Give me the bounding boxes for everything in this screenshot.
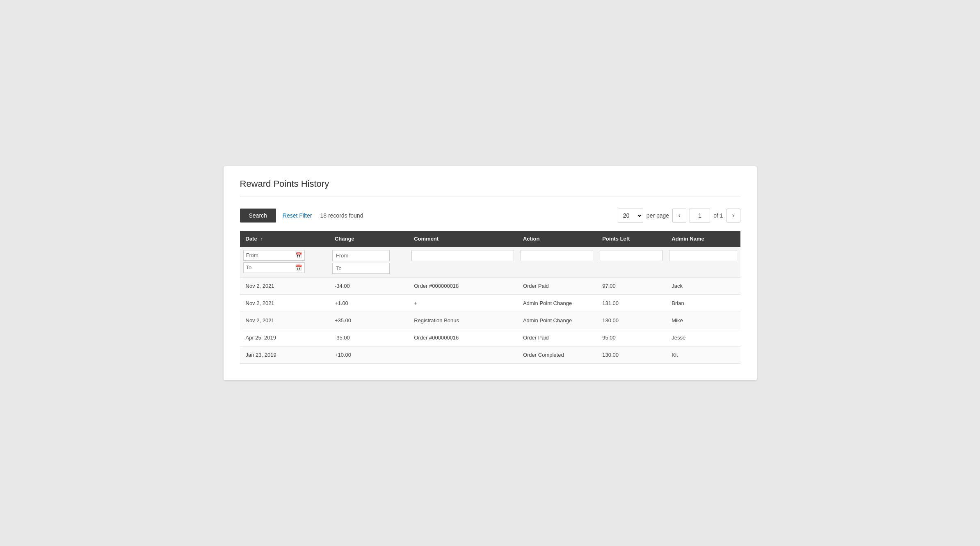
cell-change: -35.00 (329, 329, 408, 346)
filter-points-cell (596, 247, 666, 278)
main-card: Reward Points History Search Reset Filte… (224, 166, 757, 380)
filter-change-to[interactable] (332, 263, 390, 274)
filter-admin-cell (666, 247, 740, 278)
col-header-admin: Admin Name (666, 231, 740, 247)
cell-date: Jan 23, 2019 (240, 346, 329, 363)
cell-points: 95.00 (596, 329, 666, 346)
table-row: Jan 23, 2019 +10.00 Order Completed 130.… (240, 346, 740, 363)
calendar-to-icon[interactable]: 📅 (295, 264, 302, 271)
col-header-change: Change (329, 231, 408, 247)
cell-comment: Order #000000016 (408, 329, 517, 346)
cell-action: Order Paid (517, 277, 596, 294)
calendar-from-icon[interactable]: 📅 (295, 252, 302, 259)
current-page: 1 (690, 209, 710, 223)
per-page-wrapper: 20 50 100 per page (618, 209, 669, 223)
cell-change: +1.00 (329, 294, 408, 312)
toolbar: Search Reset Filter 18 records found 20 … (240, 209, 740, 223)
cell-date: Nov 2, 2021 (240, 312, 329, 329)
filter-comment[interactable] (411, 250, 514, 261)
history-table: Date ↑ Change Comment Action Points Left… (240, 231, 740, 364)
col-header-points: Points Left (596, 231, 666, 247)
cell-admin: Brian (666, 294, 740, 312)
cell-admin: Jack (666, 277, 740, 294)
col-header-comment: Comment (408, 231, 517, 247)
cell-change: +35.00 (329, 312, 408, 329)
cell-action: Order Completed (517, 346, 596, 363)
cell-date: Nov 2, 2021 (240, 294, 329, 312)
filter-date-from[interactable] (246, 252, 293, 258)
cell-points: 130.00 (596, 346, 666, 363)
cell-admin: Kit (666, 346, 740, 363)
reset-filter-button[interactable]: Reset Filter (283, 212, 312, 219)
search-button[interactable]: Search (240, 209, 276, 223)
filter-date-from-wrapper: 📅 (243, 250, 305, 261)
table-header-row: Date ↑ Change Comment Action Points Left… (240, 231, 740, 247)
page-title: Reward Points History (240, 179, 740, 189)
cell-admin: Mike (666, 312, 740, 329)
col-header-action: Action (517, 231, 596, 247)
title-divider (240, 197, 740, 197)
cell-points: 97.00 (596, 277, 666, 294)
per-page-select[interactable]: 20 50 100 (618, 209, 643, 223)
filter-action-cell (517, 247, 596, 278)
next-page-button[interactable]: › (726, 209, 740, 223)
cell-comment (408, 346, 517, 363)
pagination-controls: 20 50 100 per page ‹ 1 of 1 › (618, 209, 740, 223)
filter-row: 📅 📅 (240, 247, 740, 278)
cell-points: 131.00 (596, 294, 666, 312)
cell-action: Order Paid (517, 329, 596, 346)
filter-date-to[interactable] (246, 264, 293, 271)
filter-admin[interactable] (669, 250, 737, 261)
cell-change: -34.00 (329, 277, 408, 294)
filter-date-wrapper: 📅 📅 (243, 250, 326, 273)
sort-icon-date[interactable]: ↑ (260, 236, 263, 241)
cell-date: Nov 2, 2021 (240, 277, 329, 294)
cell-comment: Order #000000018 (408, 277, 517, 294)
cell-admin: Jesse (666, 329, 740, 346)
filter-points[interactable] (600, 250, 662, 261)
table-row: Nov 2, 2021 -34.00 Order #000000018 Orde… (240, 277, 740, 294)
filter-date-to-wrapper: 📅 (243, 262, 305, 273)
prev-page-button[interactable]: ‹ (672, 209, 686, 223)
cell-date: Apr 25, 2019 (240, 329, 329, 346)
per-page-label: per page (646, 212, 669, 219)
col-header-date: Date ↑ (240, 231, 329, 247)
records-count: 18 records found (320, 212, 363, 219)
cell-points: 130.00 (596, 312, 666, 329)
cell-change: +10.00 (329, 346, 408, 363)
total-pages: of 1 (713, 212, 723, 219)
table-row: Nov 2, 2021 +35.00 Registration Bonus Ad… (240, 312, 740, 329)
filter-date-cell: 📅 📅 (240, 247, 329, 278)
cell-action: Admin Point Change (517, 294, 596, 312)
filter-action[interactable] (521, 250, 593, 261)
table-row: Apr 25, 2019 -35.00 Order #000000016 Ord… (240, 329, 740, 346)
cell-comment: Registration Bonus (408, 312, 517, 329)
table-row: Nov 2, 2021 +1.00 + Admin Point Change 1… (240, 294, 740, 312)
cell-comment: + (408, 294, 517, 312)
cell-action: Admin Point Change (517, 312, 596, 329)
filter-change-from[interactable] (332, 250, 390, 261)
filter-comment-cell (408, 247, 517, 278)
filter-change-cell (329, 247, 408, 278)
